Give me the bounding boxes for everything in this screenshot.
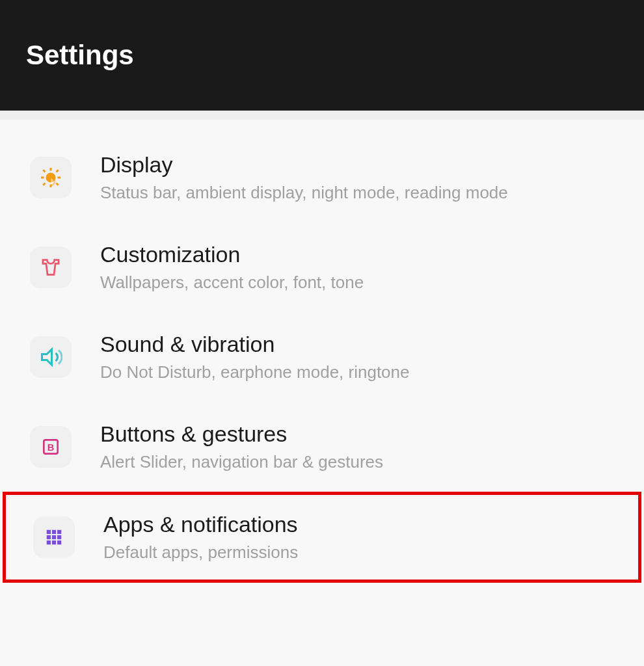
buttons-icon: B: [30, 426, 72, 468]
item-text: Apps & notifications Default apps, permi…: [103, 512, 298, 563]
item-title: Display: [100, 152, 508, 178]
item-subtitle: Alert Slider, navigation bar & gestures: [100, 452, 383, 472]
svg-rect-18: [47, 540, 51, 544]
display-icon: [30, 157, 72, 198]
item-text: Display Status bar, ambient display, nig…: [100, 152, 508, 203]
svg-line-4: [57, 183, 59, 185]
svg-rect-15: [47, 535, 51, 539]
settings-item-apps[interactable]: Apps & notifications Default apps, permi…: [3, 492, 641, 583]
settings-item-buttons[interactable]: B Buttons & gestures Alert Slider, navig…: [0, 402, 644, 492]
header: Settings: [0, 0, 644, 111]
svg-line-7: [43, 183, 45, 185]
item-title: Buttons & gestures: [100, 421, 383, 447]
settings-item-customization[interactable]: Customization Wallpapers, accent color, …: [0, 222, 644, 312]
item-subtitle: Status bar, ambient display, night mode,…: [100, 183, 508, 203]
item-text: Customization Wallpapers, accent color, …: [100, 242, 364, 293]
svg-line-3: [43, 170, 45, 172]
item-subtitle: Do Not Disturb, earphone mode, ringtone: [100, 362, 410, 382]
svg-rect-20: [57, 540, 61, 544]
svg-rect-19: [52, 540, 56, 544]
header-divider: [0, 111, 644, 120]
item-text: Sound & vibration Do Not Disturb, earpho…: [100, 332, 410, 382]
item-title: Customization: [100, 242, 364, 267]
sound-icon: [30, 336, 72, 378]
apps-icon: [33, 516, 75, 558]
item-subtitle: Wallpapers, accent color, font, tone: [100, 273, 364, 293]
item-subtitle: Default apps, permissions: [103, 542, 298, 563]
svg-rect-13: [52, 530, 56, 534]
item-text: Buttons & gestures Alert Slider, navigat…: [100, 421, 383, 472]
svg-marker-9: [42, 349, 52, 365]
settings-item-sound[interactable]: Sound & vibration Do Not Disturb, earpho…: [0, 312, 644, 402]
svg-rect-16: [52, 535, 56, 539]
svg-line-8: [57, 170, 59, 172]
svg-rect-12: [47, 530, 51, 534]
settings-list: Display Status bar, ambient display, nig…: [0, 120, 644, 583]
settings-item-display[interactable]: Display Status bar, ambient display, nig…: [0, 133, 644, 222]
item-title: Sound & vibration: [100, 332, 410, 357]
svg-rect-17: [57, 535, 61, 539]
customization-icon: [30, 246, 72, 288]
page-title: Settings: [26, 40, 134, 71]
svg-rect-14: [57, 530, 61, 534]
item-title: Apps & notifications: [103, 512, 298, 537]
svg-text:B: B: [47, 442, 55, 453]
